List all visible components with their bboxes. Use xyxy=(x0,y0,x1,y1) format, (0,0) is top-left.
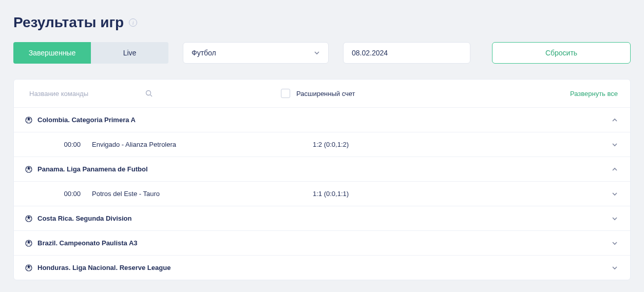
extended-score-checkbox[interactable] xyxy=(281,89,290,98)
chevron-down-icon xyxy=(612,240,618,246)
league-name: Colombia. Categoria Primera A xyxy=(37,116,612,124)
date-input[interactable]: 08.02.2024 xyxy=(343,42,470,64)
reset-button[interactable]: Сбросить xyxy=(492,42,631,64)
league-name: Costa Rica. Segunda Division xyxy=(37,215,612,222)
results-panel: Расширенный счет Развернуть все Colombia… xyxy=(13,79,631,280)
info-icon[interactable]: i xyxy=(129,18,137,27)
soccer-icon xyxy=(25,166,32,173)
chevron-down-icon xyxy=(612,142,618,148)
tab-live[interactable]: Live xyxy=(91,42,168,64)
tab-completed[interactable]: Завершенные xyxy=(13,42,91,64)
expand-all-link[interactable]: Развернуть все xyxy=(570,90,618,98)
soccer-icon xyxy=(25,215,32,222)
league-header[interactable]: Colombia. Categoria Primera A xyxy=(14,107,630,132)
league-header[interactable]: Brazil. Campeonato Paulista A3 xyxy=(14,230,630,255)
match-row[interactable]: 00:00Potros del Este - Tauro1:1 (0:0,1:1… xyxy=(14,181,630,206)
soccer-icon xyxy=(25,264,32,271)
chevron-up-icon xyxy=(612,166,618,172)
svg-point-0 xyxy=(146,91,151,95)
league-name: Honduras. Liga Nacional. Reserve League xyxy=(37,264,612,271)
svg-line-1 xyxy=(150,95,153,97)
chevron-down-icon xyxy=(612,191,618,197)
search-box xyxy=(29,90,153,98)
chevron-down-icon xyxy=(612,216,618,222)
match-score: 1:2 (0:0,1:2) xyxy=(313,141,349,148)
status-tabs: Завершенные Live xyxy=(13,42,168,64)
leagues-list: Colombia. Categoria Primera A00:00Enviga… xyxy=(14,107,630,280)
chevron-down-icon xyxy=(314,50,320,56)
match-time: 00:00 xyxy=(25,141,92,148)
sport-select[interactable]: Футбол xyxy=(183,42,329,64)
chevron-down-icon xyxy=(612,265,618,271)
match-teams: Potros del Este - Tauro xyxy=(92,190,313,198)
panel-header: Расширенный счет Развернуть все xyxy=(14,80,630,107)
page-title: Результаты игр xyxy=(13,14,124,31)
match-row[interactable]: 00:00Envigado - Alianza Petrolera1:2 (0:… xyxy=(14,132,630,157)
sport-select-value: Футбол xyxy=(192,49,216,57)
league-header[interactable]: Costa Rica. Segunda Division xyxy=(14,206,630,230)
league-name: Panama. Liga Panamena de Futbol xyxy=(37,165,612,173)
match-score: 1:1 (0:0,1:1) xyxy=(313,190,349,198)
league-name: Brazil. Campeonato Paulista A3 xyxy=(37,239,612,247)
search-input[interactable] xyxy=(29,90,140,98)
league-header[interactable]: Honduras. Liga Nacional. Reserve League xyxy=(14,255,630,280)
search-icon xyxy=(145,90,153,97)
match-teams: Envigado - Alianza Petrolera xyxy=(92,141,313,148)
date-value: 08.02.2024 xyxy=(352,49,388,57)
soccer-icon xyxy=(25,116,32,124)
match-time: 00:00 xyxy=(25,190,92,198)
page-title-row: Результаты игр i xyxy=(13,14,631,31)
league-header[interactable]: Panama. Liga Panamena de Futbol xyxy=(14,157,630,181)
extended-score-toggle: Расширенный счет xyxy=(281,89,355,98)
soccer-icon xyxy=(25,240,32,247)
chevron-up-icon xyxy=(612,117,618,123)
extended-score-label: Расширенный счет xyxy=(296,90,355,98)
controls-row: Завершенные Live Футбол 08.02.2024 Сброс… xyxy=(13,42,631,64)
